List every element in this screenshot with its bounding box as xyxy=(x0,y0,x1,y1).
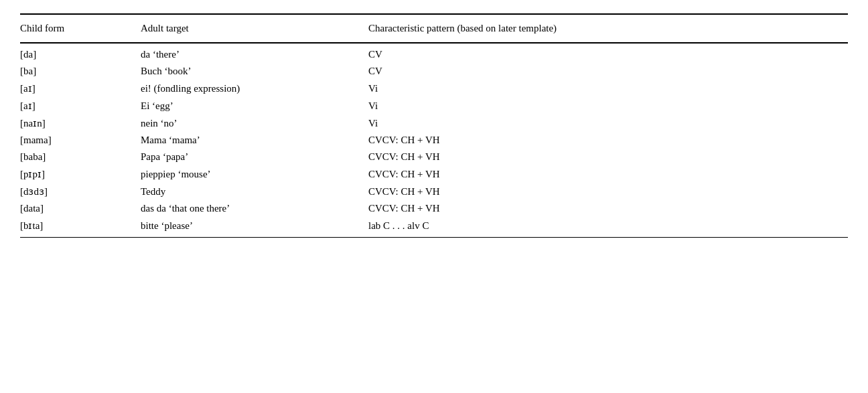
cell-adult-target: pieppiep ‘mouse’ xyxy=(141,169,368,180)
cell-pattern: Vi xyxy=(368,83,848,94)
cell-child-form: [bɪta] xyxy=(20,220,141,232)
table-body: [da]da ‘there’CV[ba]Buch ‘book’CV[aɪ]ei!… xyxy=(20,44,848,238)
cell-adult-target: Papa ‘papa’ xyxy=(141,151,368,163)
cell-child-form: [da] xyxy=(20,49,141,60)
cell-child-form: [aɪ] xyxy=(20,100,141,112)
header-characteristic-pattern: Characteristic pattern (based on later t… xyxy=(368,20,848,37)
cell-adult-target: nein ‘no’ xyxy=(141,118,368,129)
cell-child-form: [ba] xyxy=(20,66,141,77)
table-row: [aɪ]Ei ‘egg’Vi xyxy=(20,97,848,114)
table-row: [pɪpɪ]pieppiep ‘mouse’CVCV: CH + VH xyxy=(20,165,848,183)
table-row: [data]das da ‘that one there’CVCV: CH + … xyxy=(20,200,848,217)
header-adult-target: Adult target xyxy=(141,20,368,37)
cell-pattern: Vi xyxy=(368,100,848,112)
cell-child-form: [aɪ] xyxy=(20,82,141,94)
cell-adult-target: bitte ‘please’ xyxy=(141,220,368,232)
cell-child-form: [baba] xyxy=(20,151,141,163)
cell-child-form: [pɪpɪ] xyxy=(20,168,141,180)
cell-pattern: CV xyxy=(368,49,848,60)
cell-pattern: CVCV: CH + VH xyxy=(368,151,848,163)
cell-adult-target: Teddy xyxy=(141,186,368,198)
cell-pattern: CVCV: CH + VH xyxy=(368,203,848,214)
table-row: [baba]Papa ‘papa’CVCV: CH + VH xyxy=(20,149,848,165)
cell-pattern: CVCV: CH + VH xyxy=(368,169,848,180)
cell-pattern: CVCV: CH + VH xyxy=(368,135,848,146)
cell-pattern: Vi xyxy=(368,118,848,129)
table-row: [dɜdɜ]TeddyCVCV: CH + VH xyxy=(20,183,848,200)
table-row: [bɪta]bitte ‘please’lab C . . . alv C xyxy=(20,217,848,237)
cell-child-form: [naɪn] xyxy=(20,117,141,129)
table-row: [mama]Mama ‘mama’CVCV: CH + VH xyxy=(20,132,848,149)
cell-adult-target: ei! (fondling expression) xyxy=(141,83,368,94)
table-row: [da]da ‘there’CV xyxy=(20,44,848,63)
table-row: [aɪ]ei! (fondling expression)Vi xyxy=(20,80,848,97)
cell-adult-target: Ei ‘egg’ xyxy=(141,100,368,112)
main-table: Child form Adult target Characteristic p… xyxy=(20,13,848,238)
header-child-form: Child form xyxy=(20,20,141,37)
cell-child-form: [mama] xyxy=(20,135,141,146)
cell-pattern: CV xyxy=(368,66,848,77)
cell-adult-target: Buch ‘book’ xyxy=(141,66,368,77)
table-header: Child form Adult target Characteristic p… xyxy=(20,13,848,44)
cell-pattern: lab C . . . alv C xyxy=(368,220,848,232)
table-row: [naɪn]nein ‘no’Vi xyxy=(20,114,848,132)
cell-child-form: [dɜdɜ] xyxy=(20,185,141,198)
cell-adult-target: da ‘there’ xyxy=(141,49,368,60)
cell-adult-target: das da ‘that one there’ xyxy=(141,203,368,214)
cell-adult-target: Mama ‘mama’ xyxy=(141,135,368,146)
table-row: [ba]Buch ‘book’CV xyxy=(20,63,848,80)
cell-pattern: CVCV: CH + VH xyxy=(368,186,848,198)
cell-child-form: [data] xyxy=(20,203,141,214)
